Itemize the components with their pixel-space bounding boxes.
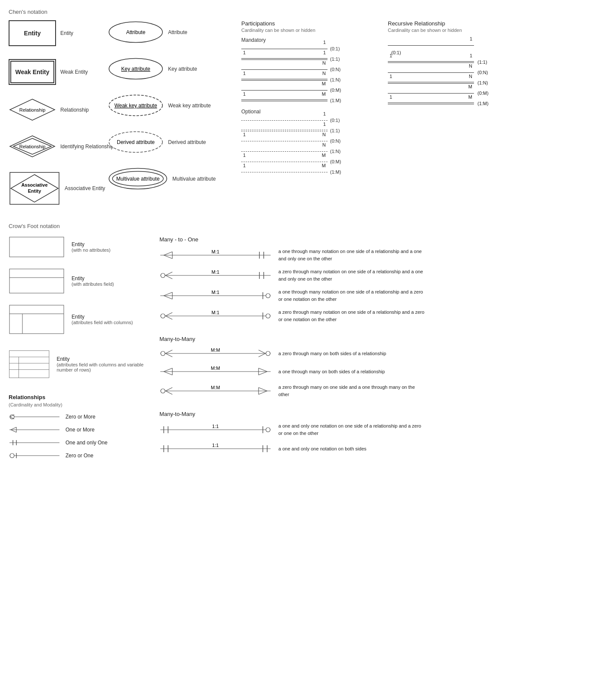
key-attribute-item: Key attribute Key attribute (108, 57, 228, 81)
part-row-1N: 1 N (1:N) (241, 76, 379, 84)
crows-entity-2-sub: (with attributes field) (72, 281, 114, 287)
part-row-01: 1 (0:1) (241, 45, 379, 53)
11-row-2: 1:1 a one and only one notation on both … (159, 443, 596, 455)
recursive-subtitle: Cardinality can be shown or hidden (388, 28, 526, 33)
svg-point-77 (266, 351, 270, 356)
svg-point-31 (10, 415, 14, 419)
m1-row-1: M:1 a one through many notation on one s… (159, 248, 596, 262)
crows-entity-3: Entity (attributes field with columns) (9, 304, 147, 334)
opt-row-01: 1 (0:1) (241, 116, 379, 124)
entity-shape: Entity (9, 20, 56, 46)
svg-point-74 (161, 351, 165, 356)
m1-row-4: M:1 a zero through many notation on one … (159, 309, 596, 323)
svg-point-90 (161, 389, 165, 393)
derived-attr-item: Derived attribute Derived attribute (108, 130, 228, 154)
relationship-shape: Relationship (9, 98, 56, 122)
multivalue-attr-shape: Multivalue attribute (108, 167, 168, 191)
one-to-one-title: Many-to-Many (159, 411, 596, 417)
identifying-rel-desc: Identifying Relationship (60, 144, 114, 150)
svg-text:M:M: M:M (211, 385, 220, 390)
svg-line-37 (11, 430, 16, 432)
svg-point-70 (266, 314, 270, 318)
crows-title: Crow's Foot notation (9, 223, 596, 229)
assoc-entity-item: Associative Entity Associative Entity (9, 171, 95, 206)
svg-line-78 (259, 350, 265, 353)
svg-line-46 (164, 252, 172, 255)
svg-text:Derived attribute: Derived attribute (117, 139, 155, 145)
opt-row-11: 1 (1:1) (241, 127, 379, 134)
recursive-title: Recursive Relationship (388, 20, 526, 27)
part-row-0N: N (0:N) (241, 66, 379, 73)
rels-subtitle: (Cardinality and Modality) (9, 402, 147, 407)
svg-rect-23 (9, 305, 64, 334)
svg-point-43 (10, 453, 14, 458)
crows-entity-2: Entity (with attributes field) (9, 268, 147, 294)
crows-entity-1: Entity (with no attributes) (9, 236, 147, 258)
derived-attr-shape: Derived attribute (108, 130, 164, 154)
many-to-many-title: Many-to-Many (159, 336, 596, 342)
svg-line-75 (165, 350, 172, 353)
svg-text:Entity: Entity (28, 188, 41, 194)
svg-line-83 (164, 372, 172, 375)
svg-line-85 (259, 368, 267, 372)
svg-text:1:1: 1:1 (212, 443, 218, 448)
mm-row-2: M:M a one through many on both sides of … (159, 366, 596, 378)
optional-label: Optional (241, 109, 379, 115)
svg-point-100 (266, 428, 270, 432)
svg-line-76 (165, 353, 172, 357)
mm-row-2-desc: a one through many on both sides of a re… (278, 369, 385, 374)
crows-left-area: Entity (with no attributes) Entity (with… (9, 236, 147, 464)
crows-entity-4-sub: (attributes field with columns and varia… (56, 362, 147, 372)
mm-row-3: M:M a zero through many on one side and … (159, 384, 596, 398)
svg-line-91 (165, 388, 172, 391)
identifying-rel-shape: Relationship (9, 134, 56, 158)
svg-text:Weak key attribute: Weak key attribute (114, 103, 157, 109)
assoc-entity-desc: Associative Entity (65, 185, 105, 191)
svg-text:M:M: M:M (211, 366, 220, 371)
svg-line-69 (165, 316, 172, 319)
svg-rect-26 (9, 350, 49, 378)
crows-entity-1-sub: (with no attributes) (72, 247, 110, 253)
many-to-one-section: Many - to - One (159, 236, 596, 323)
11-row-1-desc: a one and only one notation on one side … (278, 422, 425, 437)
m1-row-3: M:1 a one through many notation on one s… (159, 288, 596, 303)
chens-title: Chen's notation (9, 9, 596, 15)
entity-label: Entity (24, 30, 41, 37)
svg-text:Relationship: Relationship (19, 107, 46, 112)
svg-text:1:1: 1:1 (212, 424, 218, 429)
svg-point-67 (161, 314, 165, 318)
m1-row-2: M:1 a zero through many notation on one … (159, 268, 596, 282)
multivalue-attr-item: Multivalue attribute Multivalue attribut… (108, 167, 228, 191)
rel-zero-more-label: Zero or More (65, 414, 95, 420)
mm-row-1: M:M a zero through many on both sides of… (159, 347, 596, 359)
entity-item: Entity Entity (9, 20, 95, 46)
relationships-legend: Relationships (Cardinality and Modality)… (9, 394, 147, 460)
rel-zero-or-one: Zero or One (9, 451, 147, 460)
opt-row-0N: 1 N (0:N) (241, 137, 379, 145)
crows-entity-2-label: Entity (72, 275, 114, 281)
weak-entity-desc: Weak Entity (60, 69, 88, 75)
relationship-item: Relationship Relationship (9, 98, 95, 122)
11-row-2-desc: a one and only one notation on both side… (278, 446, 366, 451)
svg-text:M:1: M:1 (212, 249, 219, 254)
svg-line-55 (165, 275, 172, 279)
many-to-one-title: Many - to - One (159, 236, 596, 243)
svg-line-68 (165, 312, 172, 316)
rec-row-1N: 1 N (1:N) (388, 79, 526, 87)
weak-entity-item: Weak Entity Weak Entity (9, 59, 95, 85)
crows-entity-3-sub: (attributes field with columns) (72, 320, 133, 325)
rec-row-01: 1 (0:1) (388, 41, 526, 56)
m1-row-1-desc: a one through many notation on one side … (278, 248, 425, 262)
participations-title: Participations (241, 20, 379, 27)
opt-row-0M: 1 M (0:M) (241, 158, 379, 166)
svg-text:M:M: M:M (211, 347, 220, 353)
svg-rect-21 (9, 269, 64, 293)
svg-text:M:1: M:1 (212, 290, 219, 295)
relationship-desc: Relationship (60, 107, 89, 113)
mm-row-3-desc: a zero through many on one side and a on… (278, 384, 425, 398)
crows-entity-4: Entity (attributes field with columns an… (9, 345, 147, 384)
weak-key-attr-shape: Weak key attribute (108, 94, 164, 117)
rel-one-only: One and only One (9, 438, 147, 447)
assoc-entity-shape: Associative Entity (9, 171, 60, 206)
m1-row-2-desc: a zero through many notation on one side… (278, 268, 425, 282)
